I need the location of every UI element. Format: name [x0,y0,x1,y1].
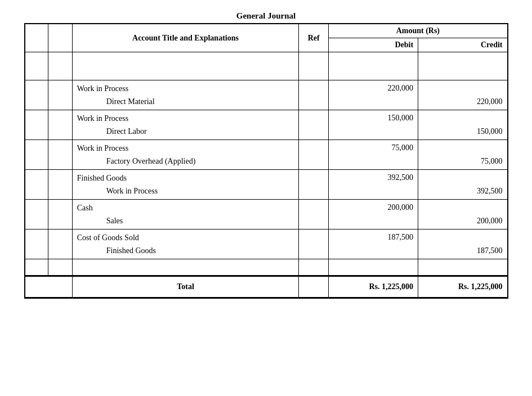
credit-amount: 187,500 [418,244,508,259]
sub-account: Sales [72,214,299,230]
entry-main-row: Cash 200,000 [25,200,508,215]
date-header-2 [48,24,72,52]
main-account: Work in Process [72,110,299,125]
entry-main-row: Cost of Goods Sold 187,500 [25,230,508,245]
sub-account: Direct Material [72,95,299,110]
sub-account: Work in Process [72,184,299,200]
credit-spacer [418,110,508,125]
total-label: Total [72,276,299,298]
debit-amount: 150,000 [329,110,418,125]
total-debit: Rs. 1,225,000 [329,276,418,298]
main-account: Cash [72,200,299,215]
debit-spacer [329,155,418,170]
debit-spacer [329,95,418,110]
credit-amount: 150,000 [418,125,508,140]
entry-main-row: Work in Process 220,000 [25,80,508,96]
credit-header: Credit [418,38,508,52]
account-header: Account Title and Explanations [72,24,299,52]
debit-header: Debit [329,38,418,52]
spacer-row-bottom [25,259,508,276]
debit-amount: 392,500 [329,170,418,185]
sub-account: Finished Goods [72,244,299,259]
credit-spacer [418,170,508,185]
main-account: Work in Process [72,80,299,96]
journal-container: General Journal Account Title and Explan… [24,11,508,299]
debit-amount: 187,500 [329,230,418,245]
journal-title: General Journal [24,11,508,23]
main-account: Work in Process [72,140,299,155]
main-account: Finished Goods [72,170,299,185]
journal-body: Work in Process 220,000 Direct Material … [25,52,508,276]
general-journal-table: Account Title and Explanations Ref Amoun… [24,23,508,299]
amount-header: Amount (Rs) [329,24,508,38]
debit-spacer [329,214,418,230]
entry-sub-row: Sales 200,000 [25,214,508,230]
credit-amount: 392,500 [418,184,508,200]
entry-sub-row: Direct Material 220,000 [25,95,508,110]
total-row: Total Rs. 1,225,000 Rs. 1,225,000 [25,276,508,298]
debit-amount: 75,000 [329,140,418,155]
ref-header: Ref [299,24,329,52]
credit-spacer [418,140,508,155]
debit-spacer [329,184,418,200]
entry-sub-row: Factory Overhead (Applied) 75,000 [25,155,508,170]
credit-spacer [418,80,508,96]
total-credit: Rs. 1,225,000 [418,276,508,298]
entry-main-row: Finished Goods 392,500 [25,170,508,185]
credit-spacer [418,200,508,215]
spacer-row-top [25,52,508,80]
entry-main-row: Work in Process 150,000 [25,110,508,125]
header-row-1: Account Title and Explanations Ref Amoun… [25,24,508,38]
main-account: Cost of Goods Sold [72,230,299,245]
entry-main-row: Work in Process 75,000 [25,140,508,155]
date-header-1 [25,24,48,52]
credit-amount: 220,000 [418,95,508,110]
entry-sub-row: Finished Goods 187,500 [25,244,508,259]
credit-amount: 75,000 [418,155,508,170]
entry-sub-row: Work in Process 392,500 [25,184,508,200]
sub-account: Factory Overhead (Applied) [72,155,299,170]
debit-spacer [329,125,418,140]
debit-amount: 200,000 [329,200,418,215]
entry-sub-row: Direct Labor 150,000 [25,125,508,140]
debit-amount: 220,000 [329,80,418,96]
journal-footer: Total Rs. 1,225,000 Rs. 1,225,000 [25,276,508,298]
sub-account: Direct Labor [72,125,299,140]
credit-spacer [418,230,508,245]
debit-spacer [329,244,418,259]
credit-amount: 200,000 [418,214,508,230]
